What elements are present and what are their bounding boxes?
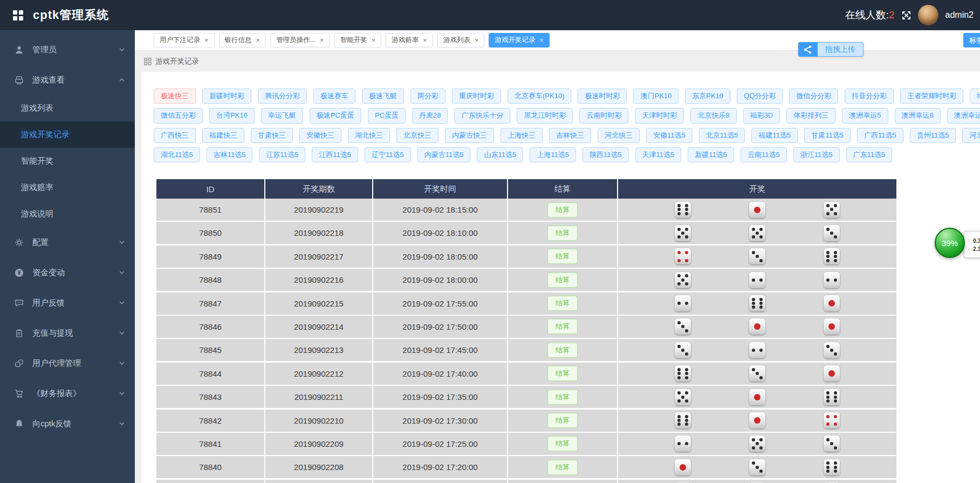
game-filter-button[interactable]: QQ分分彩 [737, 89, 783, 104]
settle-button[interactable]: 结算 [547, 319, 578, 334]
game-filter-button[interactable]: 极速PC蛋蛋 [310, 108, 361, 123]
game-filter-button[interactable]: 极速快三 [154, 89, 196, 104]
sidebar-item[interactable]: 向cptk反馈 [0, 409, 135, 439]
game-filter-button[interactable]: 河北11选5 [962, 128, 980, 143]
apps-grid-icon[interactable] [13, 10, 23, 21]
avatar[interactable] [918, 5, 938, 25]
sidebar-item[interactable]: 《财务报表》 [0, 378, 135, 409]
settle-button[interactable]: 结算 [547, 343, 578, 358]
tab[interactable]: 游戏开奖记录× [489, 33, 550, 47]
game-filter-button[interactable]: 微信五分彩 [154, 108, 203, 123]
settle-button[interactable]: 结算 [547, 436, 578, 451]
game-filter-button[interactable]: 云南11选5 [741, 147, 787, 162]
settle-button[interactable]: 结算 [547, 296, 578, 311]
sidebar-item[interactable]: 游戏查看 [0, 65, 135, 95]
game-filter-button[interactable]: 北京11选5 [699, 128, 745, 143]
game-filter-button[interactable]: 河北快三 [598, 128, 640, 143]
game-filter-button[interactable]: 福建11选5 [751, 128, 798, 143]
game-filter-button[interactable]: 极速时时彩 [578, 89, 627, 104]
game-filter-button[interactable]: 福建快三 [202, 128, 244, 143]
game-filter-button[interactable]: 澳洲幸运10 [947, 108, 980, 123]
game-filter-button[interactable]: 山东11选5 [477, 147, 523, 162]
sidebar-item[interactable]: ¥资金变动 [0, 257, 135, 288]
game-filter-button[interactable]: 广东快乐十分 [454, 108, 510, 123]
game-filter-button[interactable]: 安徽快三 [299, 128, 341, 143]
game-filter-button[interactable]: 抖音分分彩 [845, 89, 894, 104]
sidebar-item[interactable]: 用户反馈 [0, 288, 135, 318]
game-filter-button[interactable]: 重庆时时彩 [452, 89, 501, 104]
tab-close-icon[interactable]: × [320, 36, 324, 44]
sidebar-subitem[interactable]: 游戏开奖记录 [0, 121, 135, 148]
game-filter-button[interactable]: 上海快三 [501, 128, 543, 143]
tab[interactable]: 游戏列表× [437, 33, 485, 47]
game-filter-button[interactable]: 澳门PK10 [633, 89, 679, 104]
sidebar-subitem[interactable]: 游戏赔率 [0, 174, 135, 201]
game-filter-button[interactable]: 北京快乐8 [690, 108, 736, 123]
tab[interactable]: 管理员操作...× [270, 33, 330, 47]
tag-options-button[interactable]: 标签 [963, 33, 980, 47]
game-filter-button[interactable]: 上海11选5 [530, 147, 576, 162]
settle-button[interactable]: 结算 [547, 366, 578, 381]
game-filter-button[interactable]: 安徽11选5 [646, 128, 693, 143]
game-filter-button[interactable]: 浙江11选5 [793, 147, 840, 162]
settle-button[interactable]: 结算 [547, 202, 578, 217]
game-filter-button[interactable]: 江苏11选5 [259, 147, 305, 162]
tab-close-icon[interactable]: × [256, 36, 261, 44]
username[interactable]: admin2 [945, 10, 974, 20]
settle-button[interactable]: 结算 [547, 460, 578, 475]
game-filter-button[interactable]: 内蒙古11选5 [417, 147, 471, 162]
game-filter-button[interactable]: 绝地求生时时彩 [970, 89, 980, 104]
sidebar-item[interactable]: 管理员 [0, 35, 135, 65]
tab[interactable]: 银行信息× [219, 33, 266, 47]
game-filter-button[interactable]: 体彩排列三 [786, 108, 835, 123]
settle-button[interactable]: 结算 [547, 273, 578, 288]
tab[interactable]: 智能开奖× [334, 33, 382, 47]
game-filter-button[interactable]: 广东11选5 [846, 147, 893, 162]
game-filter-button[interactable]: 丹麦28 [412, 108, 448, 123]
sidebar-item[interactable]: 配置 [0, 227, 135, 257]
game-filter-button[interactable]: 广西快三 [154, 128, 196, 143]
game-filter-button[interactable]: 东京PK10 [685, 89, 730, 104]
game-filter-button[interactable]: 湖北11选5 [154, 147, 200, 162]
game-filter-button[interactable]: 江西11选5 [312, 147, 358, 162]
game-filter-button[interactable]: 广西11选5 [857, 128, 903, 143]
game-filter-button[interactable]: 云南时时彩 [579, 108, 628, 123]
game-filter-button[interactable]: 极速赛车 [313, 89, 355, 104]
network-percent-badge[interactable]: 39% [935, 228, 965, 258]
tab[interactable]: 游戏赔率× [386, 33, 433, 47]
game-filter-button[interactable]: 湖北快三 [348, 128, 390, 143]
tab-close-icon[interactable]: × [475, 36, 479, 44]
game-filter-button[interactable]: 北京赛车(PK10) [508, 89, 571, 104]
tab-close-icon[interactable]: × [539, 36, 544, 44]
game-filter-button[interactable]: 黑龙江时时彩 [517, 108, 573, 123]
sidebar-subitem[interactable]: 智能开奖 [0, 148, 135, 174]
sidebar-subitem[interactable]: 游戏列表 [0, 95, 135, 121]
tab[interactable]: 用户下注记录× [154, 33, 215, 47]
sidebar-item[interactable]: 用户代理管理 [0, 348, 135, 378]
game-filter-button[interactable]: PC蛋蛋 [368, 108, 406, 123]
game-filter-button[interactable]: 新疆时时彩 [202, 89, 251, 104]
settle-button[interactable]: 结算 [547, 413, 578, 428]
game-filter-button[interactable]: 陕西11选5 [582, 147, 629, 162]
game-filter-button[interactable]: 北京快三 [396, 128, 438, 143]
game-filter-button[interactable]: 两分彩 [410, 89, 446, 104]
game-filter-button[interactable]: 澳洲幸运8 [895, 108, 941, 123]
game-filter-button[interactable]: 辽宁11选5 [365, 147, 411, 162]
game-filter-button[interactable]: 澳洲幸运5 [842, 108, 888, 123]
game-filter-button[interactable]: 吉林快三 [549, 128, 591, 143]
game-filter-button[interactable]: 台湾PK10 [209, 108, 255, 123]
game-filter-button[interactable]: 贵州11选5 [910, 128, 956, 143]
game-filter-button[interactable]: 极速飞艇 [362, 89, 404, 104]
game-filter-button[interactable]: 甘肃快三 [251, 128, 293, 143]
game-filter-button[interactable]: 甘肃11选5 [804, 128, 851, 143]
game-filter-button[interactable]: 天津时时彩 [635, 108, 684, 123]
sidebar-subitem[interactable]: 游戏说明 [0, 201, 135, 227]
drag-upload-button[interactable]: 拖拽上传 [798, 42, 864, 57]
settle-button[interactable]: 结算 [547, 226, 578, 241]
game-filter-button[interactable]: 微信分分彩 [789, 89, 838, 104]
game-filter-button[interactable]: 幸运飞艇 [261, 108, 303, 123]
game-filter-button[interactable]: 福彩3D [743, 108, 780, 123]
tab-close-icon[interactable]: × [423, 36, 427, 44]
fullscreen-icon[interactable] [902, 11, 911, 20]
game-filter-button[interactable]: 新疆11选5 [688, 147, 734, 162]
